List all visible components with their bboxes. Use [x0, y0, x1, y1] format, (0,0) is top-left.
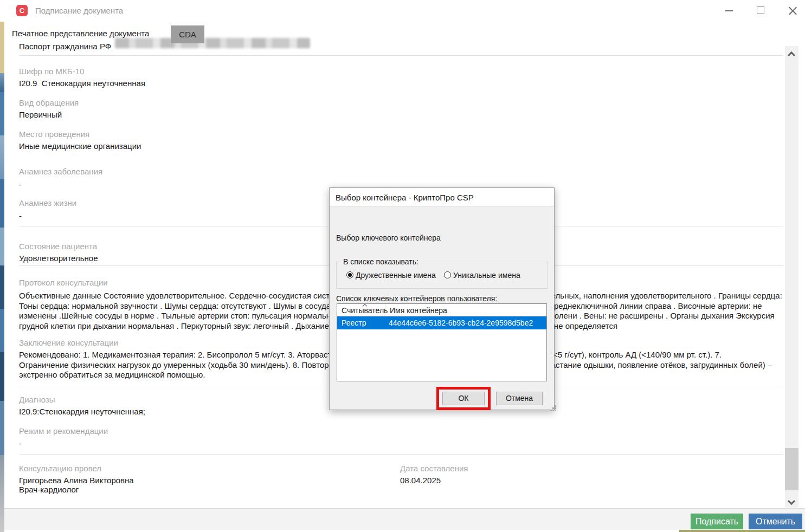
scrollbar[interactable] [785, 46, 798, 508]
radio-selected-icon [346, 271, 353, 278]
list-header: Считыватель Имя контейнера [337, 304, 546, 316]
consultant-label: Консультацию провел [19, 464, 101, 473]
diagnoses-value: I20.9:Стенокардия неуточненная; [19, 407, 145, 416]
resize-grip[interactable] [550, 405, 552, 407]
patient-state-value: Удовлетворительное [19, 254, 98, 263]
protocol-label: Протокол консультации [19, 278, 108, 287]
date-value: 08.04.2025 [400, 476, 441, 485]
close-button[interactable] [785, 3, 800, 18]
visit-type-value: Первичный [19, 110, 62, 119]
app-logo-icon: С [16, 5, 28, 16]
anamnesis-life-label: Анамнез жизни [19, 198, 76, 207]
radio-label: Дружественные имена [356, 271, 436, 280]
ok-button[interactable]: ОК [442, 392, 485, 405]
consultant-role: Врач-кардиолог [19, 485, 79, 494]
patient-state-label: Состояние пациента [19, 242, 97, 251]
mkb-value: I20.9 Стенокардия неуточненная [19, 79, 145, 88]
background-left-strip [0, 22, 4, 532]
footer-bar [4, 508, 805, 530]
regimen-label: Режим и рекомендации [19, 426, 108, 436]
place-value: Иные медицинские организации [19, 141, 141, 151]
diagnoses-label: Диагнозы [19, 395, 55, 404]
anamnesis-disease-value: - [19, 180, 22, 189]
container-list: Считыватель Имя контейнера Реестр 44e44c… [337, 303, 547, 381]
title-bar: С Подписание документа [4, 0, 805, 22]
scroll-up-icon[interactable] [788, 51, 795, 59]
column-header-container-name[interactable]: Имя контейнера [390, 304, 447, 316]
scrollbar-thumb[interactable] [785, 448, 798, 490]
redacted-passport-value [115, 38, 310, 48]
window-title: Подписание документа [35, 6, 123, 15]
minimize-icon [725, 10, 733, 11]
key-container-label: Выбор ключевого контейнера [336, 233, 441, 242]
cell-reader: Реестр [342, 316, 366, 329]
place-label: Место проведения [19, 129, 89, 139]
cancel-signing-button[interactable]: Отменить [749, 514, 802, 529]
anamnesis-life-value: - [19, 211, 22, 220]
container-select-dialog: Выбор контейнера - КриптоПро CSP Выбор к… [329, 187, 555, 410]
passport-label: Паспорт гражданина РФ [19, 42, 111, 51]
minimize-button[interactable] [722, 3, 737, 18]
cell-container-name: 44e44c6e6-5182-6b93-cb24-2e9598d5be2 [389, 316, 533, 329]
app-logo-letter: С [20, 7, 24, 15]
sign-button[interactable]: Подписать [691, 514, 743, 529]
mkb-label: Шифр по МКБ-10 [19, 67, 84, 76]
dialog-title: Выбор контейнера - КриптоПро CSP [330, 188, 554, 207]
divider [19, 55, 783, 56]
consultant-name: Григорьева Алина Викторовна [19, 476, 134, 485]
divider [19, 454, 783, 455]
radio-unselected-icon [444, 271, 451, 278]
anamnesis-disease-label: Анамнез заболевания [19, 167, 102, 176]
dialog-cancel-button[interactable]: Отмена [496, 392, 543, 405]
date-label: Дата составления [400, 464, 468, 473]
container-list-row[interactable]: Реестр 44e44c6e6-5182-6b93-cb24-2e9598d5… [337, 316, 546, 329]
show-in-list-label: В списке показывать: [341, 257, 421, 266]
show-in-list-group: В списке показывать: Дружественные имена… [336, 262, 548, 289]
maximize-icon [757, 7, 764, 14]
tab-print-view[interactable]: Печатное представление документа [12, 29, 149, 38]
container-list-label: Список ключевых контейнеров пользователя… [336, 294, 497, 303]
visit-type-label: Вид обращения [19, 98, 79, 107]
maximize-button[interactable] [753, 3, 768, 18]
conclusion-label: Заключение консультации [19, 338, 118, 347]
regimen-value: - [19, 439, 22, 448]
tab-cda[interactable]: CDA [171, 25, 204, 43]
scroll-down-icon[interactable] [788, 497, 795, 505]
radio-label: Уникальные имена [453, 271, 520, 280]
column-header-reader[interactable]: Считыватель [337, 304, 385, 316]
